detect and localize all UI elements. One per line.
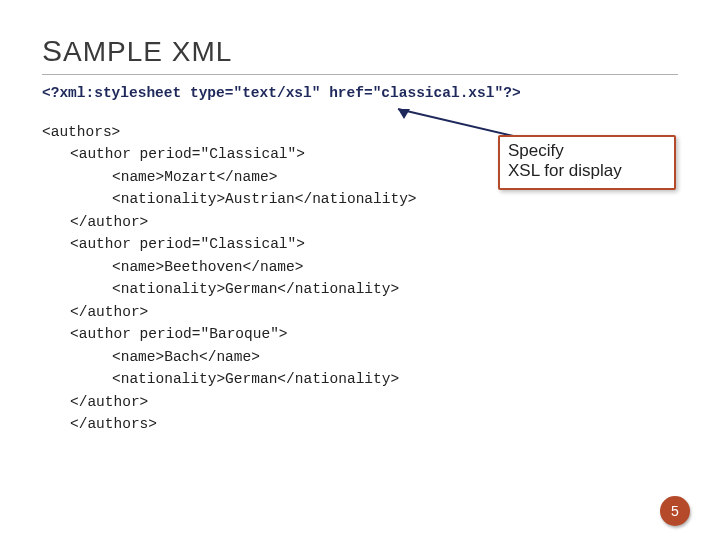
callout-line1: Specify [508, 141, 666, 161]
xml-line: </authors> [42, 413, 678, 435]
xml-line: </author> [42, 211, 678, 233]
xml-line: <name>Bach</name> [42, 346, 678, 368]
xml-line: <nationality>German</nationality> [42, 368, 678, 390]
xml-processing-instruction: <?xml:stylesheet type="text/xsl" href="c… [42, 85, 678, 101]
xml-line: <nationality>German</nationality> [42, 278, 678, 300]
xml-line: <author period="Classical"> [42, 233, 678, 255]
slide-title: SAMPLE XML [42, 34, 678, 68]
title-word2: XML [163, 36, 232, 67]
title-first-cap: S [42, 34, 63, 67]
xml-line: </author> [42, 301, 678, 323]
xml-line: </author> [42, 391, 678, 413]
xml-line: <author period="Baroque"> [42, 323, 678, 345]
slide: SAMPLE XML <?xml:stylesheet type="text/x… [0, 0, 720, 540]
page-number: 5 [671, 503, 679, 519]
xml-line: <name>Beethoven</name> [42, 256, 678, 278]
title-underline [42, 74, 678, 75]
callout-line2: XSL for display [508, 161, 666, 181]
xml-line: <nationality>Austrian</nationality> [42, 188, 678, 210]
title-word1: AMPLE [63, 36, 163, 67]
svg-marker-1 [398, 109, 410, 119]
page-number-badge: 5 [660, 496, 690, 526]
callout-box: Specify XSL for display [498, 135, 676, 190]
